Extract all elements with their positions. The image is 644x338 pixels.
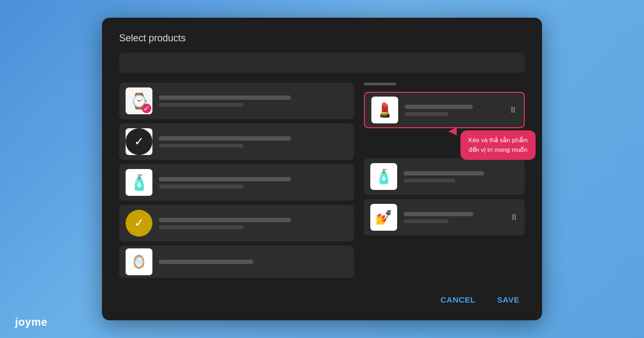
dialog-footer: CANCEL SAVE [119, 282, 525, 307]
product-name-line [404, 212, 473, 216]
tooltip-bubble: Kéo và thả sản phẩm đến vị trí mong muốn [460, 130, 536, 160]
cancel-button[interactable]: CANCEL [435, 292, 481, 307]
product-detail-line [159, 103, 244, 107]
cursor-icon: ▶ [449, 124, 457, 137]
dialog-title: Select products [119, 33, 525, 44]
product-item[interactable]: ⌚ ✓ [119, 83, 354, 119]
product-info [159, 260, 348, 264]
product-name-line [159, 218, 291, 222]
select-products-dialog: Select products ⌚ ✓ ✓ [102, 18, 542, 320]
product-item[interactable]: ✓ [119, 123, 354, 160]
product-thumbnail: 🧴 [370, 163, 397, 190]
tooltip-text: Kéo và thả sản phẩm đến vị trí mong muốn [469, 137, 528, 153]
delete-icon[interactable]: ⏸ [510, 212, 518, 222]
product-name-line [159, 177, 291, 181]
product-info [159, 95, 348, 107]
product-info [404, 212, 503, 223]
selected-item-nailpolish[interactable]: 💅 ⏸ [364, 199, 525, 236]
save-button[interactable]: SAVE [492, 292, 525, 307]
product-thumbnail: 🧴 [126, 169, 152, 196]
product-info [159, 177, 348, 188]
check-icon: ✓ [126, 128, 152, 155]
product-thumbnail: ✓ [126, 210, 152, 237]
product-thumbnail: ✓ [126, 128, 152, 155]
product-name-line [159, 260, 253, 264]
selected-item-lipstick[interactable]: 💄 ⏸ [364, 92, 525, 128]
product-thumbnail: 🪞 [126, 248, 152, 275]
right-header-decoration [364, 83, 396, 85]
product-thumbnail: ⌚ ✓ [126, 87, 152, 114]
product-info [159, 218, 348, 229]
product-name-line [159, 95, 291, 100]
product-info [159, 136, 348, 148]
tooltip-wrapper: 💄 ⏸ ▶ Kéo và thả sản phẩm đến vị trí mon… [364, 92, 525, 128]
product-info [404, 171, 518, 182]
product-name-line [405, 105, 473, 109]
product-detail-line [159, 225, 244, 229]
product-detail-line [404, 179, 455, 182]
product-detail-line [405, 112, 449, 116]
product-name-line [404, 171, 484, 175]
product-item[interactable]: 🪞 [119, 246, 354, 278]
columns-container: ⌚ ✓ ✓ 🧴 [119, 83, 525, 278]
product-detail-line [404, 219, 449, 223]
selected-item-cream[interactable]: 🧴 [364, 158, 525, 195]
product-detail-line [159, 185, 244, 188]
product-item[interactable]: ✓ [119, 205, 354, 241]
product-item[interactable]: 🧴 [119, 164, 354, 201]
left-product-list: ⌚ ✓ ✓ 🧴 [119, 83, 354, 278]
app-logo: joyme [15, 316, 47, 328]
product-detail-line [159, 144, 244, 148]
right-selected-list: 💄 ⏸ ▶ Kéo và thả sản phẩm đến vị trí mon… [364, 83, 525, 278]
search-bar[interactable] [119, 53, 525, 73]
product-thumbnail: 💅 [370, 204, 397, 231]
tooltip-container: ▶ Kéo và thả sản phẩm đến vị trí mong mu… [460, 130, 536, 160]
product-info [405, 105, 502, 116]
product-thumbnail: 💄 [371, 97, 398, 123]
delete-icon[interactable]: ⏸ [509, 105, 517, 115]
product-name-line [159, 136, 291, 141]
